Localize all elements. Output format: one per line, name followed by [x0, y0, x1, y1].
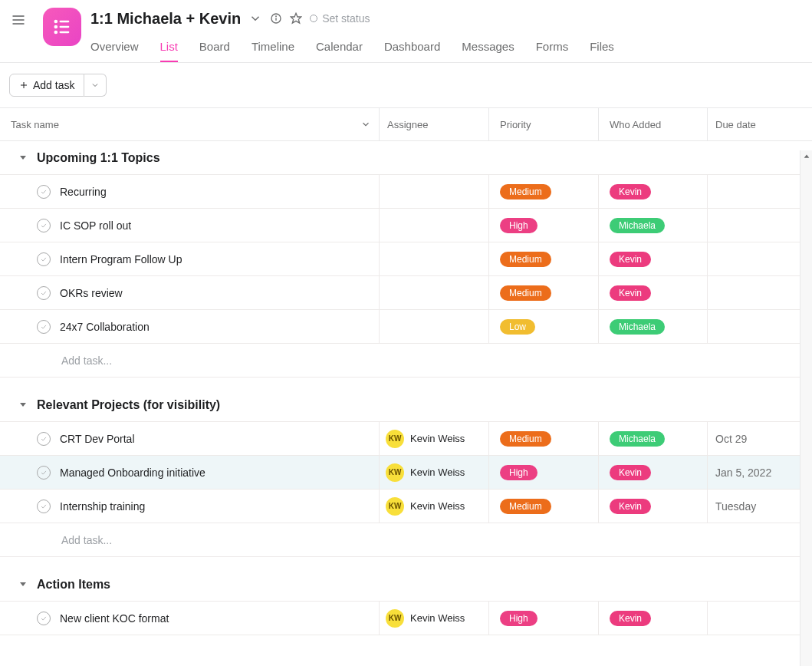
priority-pill[interactable]: High — [500, 611, 537, 626]
task-row[interactable]: New client KOC formatKWKevin WeissHighKe… — [0, 602, 812, 635]
due-date-cell[interactable] — [708, 175, 812, 208]
assignee-avatar[interactable]: KW — [386, 609, 404, 628]
title-chevron-down-icon[interactable] — [248, 12, 262, 25]
task-title: IC SOP roll out — [60, 219, 131, 232]
assignee-name: Kevin Weiss — [410, 433, 465, 444]
due-date-cell[interactable] — [708, 209, 812, 242]
task-title: 24x7 Collaboration — [60, 321, 150, 333]
task-column-chevron-icon[interactable] — [360, 119, 371, 130]
task-row[interactable]: Intern Program Follow UpMediumKevin — [0, 242, 812, 276]
vertical-scrollbar[interactable] — [800, 150, 812, 666]
who-added-pill[interactable]: Michaela — [610, 319, 665, 335]
priority-pill[interactable]: Medium — [500, 285, 551, 301]
priority-pill[interactable]: Medium — [500, 252, 551, 267]
complete-check-icon[interactable] — [37, 286, 51, 300]
who-added-pill[interactable]: Kevin — [610, 465, 651, 480]
who-added-pill[interactable]: Kevin — [610, 252, 651, 267]
section-title: Upcoming 1:1 Topics — [37, 151, 160, 165]
task-title: Recurring — [60, 186, 107, 198]
priority-pill[interactable]: Medium — [500, 431, 551, 447]
column-due-date[interactable]: Due date — [715, 119, 756, 130]
svg-rect-6 — [60, 26, 70, 28]
add-task-label: Add task — [33, 79, 74, 91]
complete-check-icon[interactable] — [37, 499, 51, 513]
task-row[interactable]: 24x7 CollaborationLowMichaela — [0, 310, 812, 344]
priority-pill[interactable]: Medium — [500, 499, 551, 514]
tab-dashboard[interactable]: Dashboard — [384, 40, 440, 62]
who-added-pill[interactable]: Kevin — [610, 184, 651, 199]
due-date-cell[interactable] — [708, 242, 812, 275]
assignee-avatar[interactable]: KW — [386, 497, 404, 516]
who-added-pill[interactable]: Kevin — [610, 611, 651, 626]
task-row[interactable]: Managed Onboarding initiativeKWKevin Wei… — [0, 456, 812, 490]
svg-point-11 — [276, 16, 277, 17]
priority-pill[interactable]: High — [500, 465, 537, 480]
task-row[interactable]: CRT Dev PortalKWKevin WeissMediumMichael… — [0, 422, 812, 456]
assignee-avatar[interactable]: KW — [386, 463, 404, 482]
tab-messages[interactable]: Messages — [462, 40, 514, 62]
who-added-pill[interactable]: Michaela — [610, 431, 665, 447]
complete-check-icon[interactable] — [37, 320, 51, 334]
who-added-pill[interactable]: Kevin — [610, 285, 651, 301]
add-task-dropdown[interactable] — [84, 74, 107, 97]
collapse-caret-icon — [18, 398, 28, 412]
task-row[interactable]: RecurringMediumKevin — [0, 175, 812, 209]
task-row[interactable]: Internship trainingKWKevin WeissMediumKe… — [0, 490, 812, 523]
info-icon[interactable] — [270, 12, 282, 25]
priority-pill[interactable]: Low — [500, 319, 535, 335]
add-task-inline[interactable]: Add task... — [0, 523, 812, 557]
tab-timeline[interactable]: Timeline — [251, 40, 294, 62]
svg-marker-18 — [804, 155, 809, 158]
complete-check-icon[interactable] — [37, 185, 51, 199]
due-date-cell[interactable]: Oct 29 — [708, 422, 812, 455]
due-date-cell[interactable]: Tuesday — [708, 490, 812, 523]
section-header[interactable]: Action Items — [0, 568, 812, 602]
star-icon[interactable] — [290, 12, 302, 25]
complete-check-icon[interactable] — [37, 432, 51, 446]
due-date-cell[interactable] — [708, 276, 812, 309]
svg-marker-12 — [291, 13, 301, 23]
page-title[interactable]: 1:1 Michaela + Kevin — [90, 10, 241, 28]
svg-point-5 — [54, 25, 58, 29]
set-status-button[interactable]: Set status — [310, 12, 370, 25]
tab-calendar[interactable]: Calendar — [316, 40, 363, 62]
assignee-name: Kevin Weiss — [410, 467, 465, 478]
complete-check-icon[interactable] — [37, 219, 51, 232]
priority-pill[interactable]: Medium — [500, 184, 551, 199]
add-task-button[interactable]: Add task — [9, 74, 84, 97]
svg-point-7 — [54, 31, 58, 35]
tab-list[interactable]: List — [160, 40, 178, 62]
task-title: New client KOC format — [60, 612, 169, 625]
task-title: Internship training — [60, 500, 145, 513]
due-date-cell[interactable] — [708, 602, 812, 635]
add-task-inline[interactable]: Add task... — [0, 344, 812, 378]
task-title: Intern Program Follow Up — [60, 253, 182, 265]
column-who-added[interactable]: Who Added — [610, 119, 661, 130]
tab-files[interactable]: Files — [590, 40, 614, 62]
column-assignee[interactable]: Assignee — [387, 119, 428, 130]
tab-board[interactable]: Board — [199, 40, 230, 62]
svg-rect-8 — [60, 31, 70, 33]
complete-check-icon[interactable] — [37, 612, 51, 625]
task-row[interactable]: OKRs reviewMediumKevin — [0, 276, 812, 310]
task-title: OKRs review — [60, 287, 123, 299]
column-priority[interactable]: Priority — [500, 119, 531, 130]
section-title: Relevant Projects (for visibility) — [37, 398, 220, 412]
tab-overview[interactable]: Overview — [90, 40, 139, 62]
who-added-pill[interactable]: Michaela — [610, 218, 665, 233]
due-date-cell[interactable]: Jan 5, 2022 — [708, 456, 812, 489]
complete-check-icon[interactable] — [37, 252, 51, 266]
due-date-cell[interactable] — [708, 310, 812, 343]
scroll-up-icon[interactable] — [800, 150, 812, 163]
section-header[interactable]: Relevant Projects (for visibility) — [0, 388, 812, 422]
set-status-label: Set status — [322, 12, 370, 25]
assignee-avatar[interactable]: KW — [386, 430, 404, 448]
column-task-name[interactable]: Task name — [11, 119, 59, 130]
task-row[interactable]: IC SOP roll outHighMichaela — [0, 209, 812, 242]
priority-pill[interactable]: High — [500, 218, 537, 233]
tab-forms[interactable]: Forms — [536, 40, 569, 62]
menu-toggle[interactable] — [8, 9, 29, 31]
section-header[interactable]: Upcoming 1:1 Topics — [0, 141, 812, 175]
complete-check-icon[interactable] — [37, 466, 51, 480]
who-added-pill[interactable]: Kevin — [610, 499, 651, 514]
